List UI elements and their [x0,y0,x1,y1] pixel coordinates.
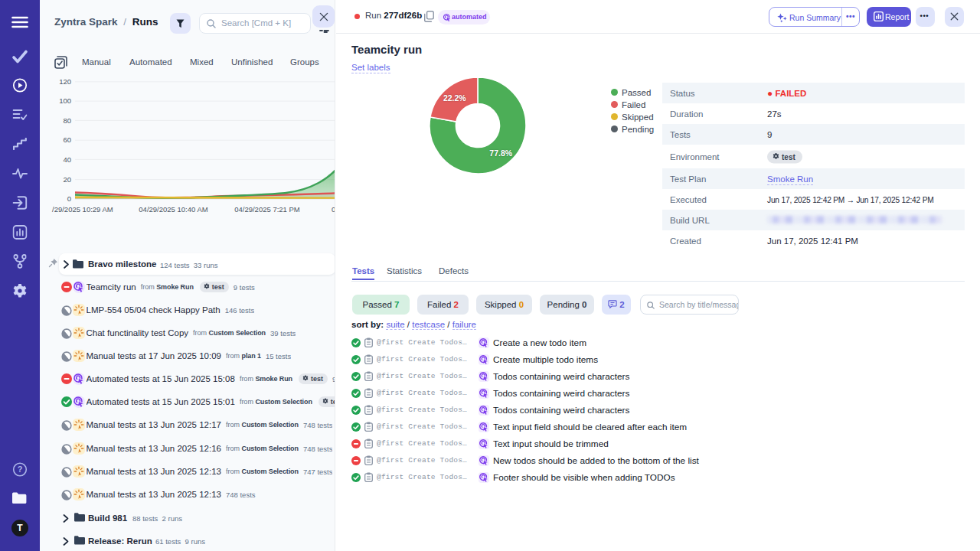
svg-text:60: 60 [63,135,71,144]
svg-text:0: 0 [67,194,71,203]
svg-text:04/29/2025 7:21 PM: 04/29/2025 7:21 PM [234,205,300,214]
svg-text:/29/2025 10:29 AM: /29/2025 10:29 AM [52,205,113,214]
svg-text:80: 80 [63,116,71,125]
svg-text:04/29/2025 10:40 AM: 04/29/2025 10:40 AM [139,205,207,214]
svg-text:100: 100 [59,96,71,105]
svg-text:40: 40 [63,155,71,164]
svg-text:?: ? [18,465,23,474]
svg-text:120: 120 [59,77,71,86]
svg-text:04/29/2025: 04/29/2025 [332,205,335,214]
svg-text:20: 20 [63,175,71,184]
svg-text:22.2%: 22.2% [443,93,466,103]
svg-text:77.8%: 77.8% [489,148,512,158]
